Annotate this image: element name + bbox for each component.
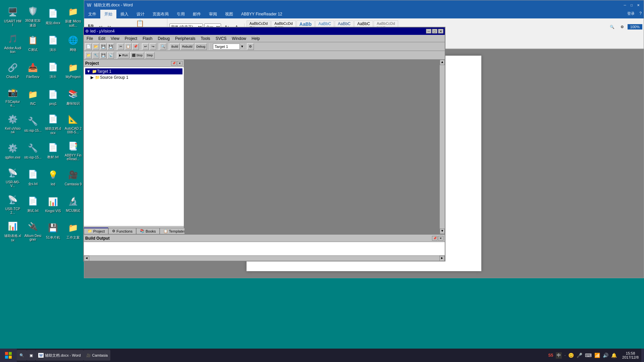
desktop-icon-keil[interactable]: ⚙️ Keil uVision4 [3, 110, 23, 137]
keil-new-btn[interactable]: 📄 [85, 43, 92, 50]
scrollbar-track[interactable] [440, 65, 445, 229]
menu-tools[interactable]: Tools [198, 36, 213, 42]
target-input[interactable] [213, 44, 240, 50]
tab-references[interactable]: 引用 [173, 10, 189, 18]
tab-file[interactable]: 文件 [84, 10, 100, 18]
desktop-icon-adobe[interactable]: 🎵 Adobe Audition [3, 29, 23, 56]
build-output-pin-btn[interactable]: 📌 [432, 236, 437, 241]
word-minimize-button[interactable]: ─ [622, 2, 628, 8]
hscroll-right-btn[interactable]: ► [439, 256, 445, 261]
desktop-icon-proj1[interactable]: 📄 proj1 [43, 83, 63, 110]
tab-view[interactable]: 视图 [221, 10, 237, 18]
keil-save-btn[interactable]: 💾 [100, 43, 107, 50]
tab-abbyy[interactable]: ABBYY FineReader 12 [237, 10, 286, 18]
keil-cut-btn[interactable]: ✂ [117, 43, 124, 50]
keil-open-btn[interactable]: 📂 [93, 43, 99, 50]
start-button[interactable] [0, 349, 17, 362]
keil-run-btn[interactable]: ▶ Run [117, 52, 129, 59]
tree-item-source-group1[interactable]: ▶ 📁 Source Group 1 [85, 74, 182, 80]
desktop-icon-knowledge[interactable]: 📚 趣味知识 [63, 83, 83, 110]
keil-reg-btn[interactable]: 🔧 [93, 52, 99, 59]
menu-project[interactable]: Project [122, 36, 140, 42]
desktop-icon-chainlp[interactable]: 🔗 ChainLP [3, 56, 23, 83]
volume-tray-icon[interactable]: 🔊 [603, 353, 608, 358]
desktop-icon-fuzhudoc[interactable]: 📄 辅助文档.docx [43, 110, 63, 137]
tab-review[interactable]: 审阅 [205, 10, 221, 18]
desktop-icon-camtasia9[interactable]: 🎥 Camtasia 9 [63, 164, 83, 190]
menu-help[interactable]: Help [249, 36, 263, 42]
word-maximize-button[interactable]: □ [629, 2, 634, 8]
mic-tray-icon[interactable]: 🎤 [577, 353, 582, 358]
keil-minimize-button[interactable]: ─ [426, 29, 431, 34]
tab-start[interactable]: 开始 [100, 10, 116, 18]
tab-functions[interactable]: ⚙ Functions [108, 228, 136, 234]
word-find-button[interactable]: 🔍 [607, 24, 617, 30]
keil-proj-win-btn[interactable]: 📁 [85, 52, 92, 59]
tab-layout[interactable]: 页面布局 [149, 10, 173, 18]
desktop-icon-jiaocai[interactable]: 📄 教材.txt [43, 137, 63, 164]
keyboard-tray-icon[interactable]: ⌨ [585, 353, 592, 358]
desktop-icon-demo2[interactable]: 📄 演示 [43, 56, 63, 83]
notification-tray-icon[interactable]: 🔔 [611, 353, 617, 358]
menu-window[interactable]: Window [229, 36, 249, 42]
desktop-icon-filerecv[interactable]: 📥 FileRecv [23, 56, 43, 83]
project-panel-pin-btn[interactable]: 📌 [171, 61, 176, 66]
desktop-icon-usart-hmi[interactable]: 🖥️ USART HMI [3, 3, 23, 29]
keil-find-btn[interactable]: 🔍 [160, 43, 166, 50]
s5-tray-icon[interactable]: S5 [548, 353, 553, 358]
taskbar-camtasia[interactable]: 🎥 Camtasia [84, 350, 110, 361]
keil-rebuild-btn[interactable]: Rebuild [180, 43, 194, 50]
desktop-icon-guidoc[interactable]: 📄 规划.docx [43, 3, 63, 29]
menu-file[interactable]: File [84, 36, 96, 42]
show-desktop-button[interactable] [641, 349, 644, 362]
keil-stop-btn[interactable]: ⬛ Stop [130, 52, 144, 59]
keil-close-button[interactable]: ✕ [438, 29, 443, 34]
word-help-icon[interactable]: ? [637, 10, 644, 18]
menu-peripherals[interactable]: Peripherals [172, 36, 198, 42]
desktop-icon-autocad[interactable]: 📐 AutoCAD 2008-S... [63, 110, 83, 137]
desktop-icon-gongwen[interactable]: 📁 工作文案 [63, 217, 83, 244]
desktop-icon-yipian51[interactable]: 💾 51单片机 [43, 217, 63, 244]
keil-paste-btn[interactable]: 📌 [132, 43, 139, 50]
desktop-icon-myproject[interactable]: 📁 MyProject [63, 56, 83, 83]
desktop-icon-qgifen[interactable]: ⚙️ qgifen.exe [3, 137, 23, 164]
word-settings-button[interactable]: ⚙ [618, 24, 626, 30]
hscroll-left-btn[interactable]: ◄ [84, 256, 89, 261]
word-login[interactable]: 登录 [625, 10, 637, 18]
keil-saveall-btn[interactable]: 💾 [107, 43, 114, 50]
keil-copy-btn[interactable]: 📋 [125, 43, 131, 50]
word-close-button[interactable]: ✕ [636, 2, 641, 8]
desktop-icon-fuzhu-xlsx[interactable]: 📊 辅助表格.xlsx [3, 217, 23, 244]
tab-mail[interactable]: 邮件 [189, 10, 205, 18]
desktop-icon-mcu[interactable]: 🔬 MCU测试 [63, 190, 83, 217]
desktop-icon-led[interactable]: 💡 led [43, 164, 63, 190]
scrollbar-down-btn[interactable]: ▼ [440, 229, 445, 234]
keil-debug-btn[interactable]: Debug [195, 43, 207, 50]
menu-view[interactable]: View [108, 36, 122, 42]
desktop-icon-fscapture[interactable]: 📸 FSCapture... [3, 83, 23, 110]
ime-dot-icon[interactable]: · [565, 354, 566, 357]
desktop-icon-usr-m0v[interactable]: 📡 USR-M0-V... [3, 164, 23, 190]
keil-redo-btn[interactable]: ↪ [150, 43, 156, 50]
keil-scrollbar[interactable]: ▲ ▼ [439, 60, 445, 234]
network-tray-icon[interactable]: 📶 [594, 353, 600, 358]
keil-mem-btn[interactable]: 💾 [100, 52, 107, 59]
tab-design[interactable]: 设计 [132, 10, 149, 18]
desktop-icon-abbyy[interactable]: 📑 ABBYY FineRead... [63, 137, 83, 164]
scrollbar-up-btn[interactable]: ▲ [440, 60, 445, 65]
keil-build-btn[interactable]: Build [170, 43, 180, 50]
emoji-tray-icon[interactable]: 😊 [568, 353, 574, 358]
desktop-icon-jins[interactable]: 📄 金s.txt [23, 164, 43, 190]
project-panel-close-btn[interactable]: ✕ [177, 61, 182, 66]
taskbar-task-view[interactable]: ▣ [27, 350, 36, 361]
desktop-icon-kingst[interactable]: 📊 Kingst VIS [43, 190, 63, 217]
desktop-icon-360[interactable]: 🛡️ 360速览加速器 [23, 3, 43, 29]
desktop-icon-yanshi[interactable]: 📄 演示 [43, 29, 63, 56]
menu-edit[interactable]: Edit [96, 36, 108, 42]
keil-serial-btn[interactable]: 📡 [107, 52, 114, 59]
keil-settings-btn[interactable]: ⚙ [247, 43, 254, 50]
taskbar-word[interactable]: W 辅助文档.docx - Word [36, 350, 84, 361]
menu-svcs[interactable]: SVCS [213, 36, 229, 42]
desktop-icon-inc[interactable]: 📁 INC [23, 83, 43, 110]
desktop-icon-stcb[interactable]: 🔧 stc-isp-15... [23, 137, 43, 164]
